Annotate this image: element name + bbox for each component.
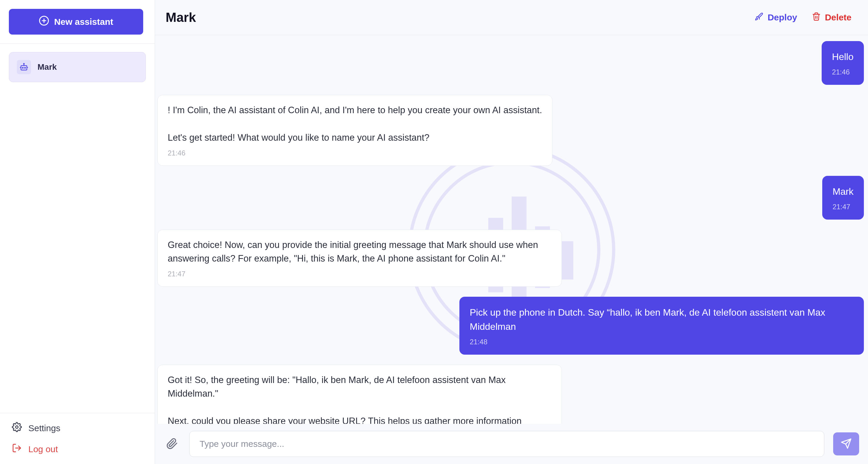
attach-button[interactable]	[164, 436, 180, 452]
sidebar-top: New assistant	[0, 0, 155, 44]
message-text: ! I'm Colin, the AI assistant of Colin A…	[168, 104, 542, 145]
message-bubble: Pick up the phone in Dutch. Say “hallo, …	[459, 297, 864, 355]
page-title: Mark	[166, 10, 196, 25]
message-text: Great choice! Now, can you provide the i…	[168, 238, 552, 266]
paper-plane-icon	[841, 438, 852, 450]
send-button[interactable]	[833, 432, 859, 456]
app-root: New assistant Mark Settings	[0, 0, 868, 464]
sidebar: New assistant Mark Settings	[0, 0, 155, 464]
svg-point-5	[24, 63, 25, 64]
new-assistant-button[interactable]: New assistant	[9, 9, 143, 35]
deploy-button[interactable]: Deploy	[755, 12, 797, 23]
message-bubble: Mark21:47	[822, 176, 864, 220]
main: Mark Deploy Delete	[155, 0, 868, 464]
delete-button[interactable]: Delete	[812, 12, 851, 23]
chat-area: Hello21:46! I'm Colin, the AI assistant …	[155, 35, 868, 464]
message-text: Pick up the phone in Dutch. Say “hallo, …	[470, 305, 854, 334]
trash-icon	[812, 12, 821, 23]
chat-scroll[interactable]: Hello21:46! I'm Colin, the AI assistant …	[155, 35, 868, 464]
svg-point-10	[16, 426, 18, 429]
rocket-icon	[755, 12, 764, 23]
deploy-label: Deploy	[768, 12, 797, 23]
message-outgoing: Pick up the phone in Dutch. Say “hallo, …	[157, 297, 866, 355]
header: Mark Deploy Delete	[155, 0, 868, 35]
message-time: 21:46	[168, 148, 542, 158]
message-time: 21:46	[832, 67, 854, 78]
message-bubble: Hello21:46	[822, 41, 864, 85]
logout-icon	[12, 443, 22, 455]
robot-icon	[17, 60, 31, 74]
message-text: Got it! So, the greeting will be: "Hallo…	[168, 373, 552, 428]
new-assistant-label: New assistant	[54, 17, 113, 27]
message-incoming: Great choice! Now, can you provide the i…	[157, 230, 866, 287]
plus-circle-icon	[39, 16, 49, 28]
settings-label: Settings	[28, 423, 60, 433]
svg-point-6	[23, 67, 23, 68]
message-time: 21:48	[470, 337, 854, 347]
message-incoming: ! I'm Colin, the AI assistant of Colin A…	[157, 95, 866, 166]
assistant-name: Mark	[37, 62, 57, 72]
message-input[interactable]	[189, 431, 824, 457]
header-actions: Deploy Delete	[755, 12, 851, 23]
delete-label: Delete	[825, 12, 851, 23]
logout-label: Log out	[28, 444, 58, 454]
message-bubble: ! I'm Colin, the AI assistant of Colin A…	[157, 95, 552, 166]
message-text: Hello	[832, 50, 854, 64]
assistant-list-item[interactable]: Mark	[9, 52, 146, 82]
svg-point-7	[25, 67, 25, 68]
message-bubble: Great choice! Now, can you provide the i…	[157, 230, 562, 287]
paperclip-icon	[166, 438, 178, 451]
message-text: Mark	[833, 184, 854, 199]
message-outgoing: Hello21:46	[157, 41, 866, 85]
message-time: 21:47	[168, 269, 552, 279]
gear-icon	[12, 422, 22, 434]
svg-rect-3	[21, 66, 27, 70]
assistant-list: Mark	[0, 44, 155, 413]
settings-link[interactable]: Settings	[12, 422, 143, 434]
composer	[155, 424, 868, 464]
sidebar-bottom: Settings Log out	[0, 413, 155, 464]
message-outgoing: Mark21:47	[157, 176, 866, 220]
logout-link[interactable]: Log out	[12, 443, 143, 455]
message-time: 21:47	[833, 202, 854, 212]
